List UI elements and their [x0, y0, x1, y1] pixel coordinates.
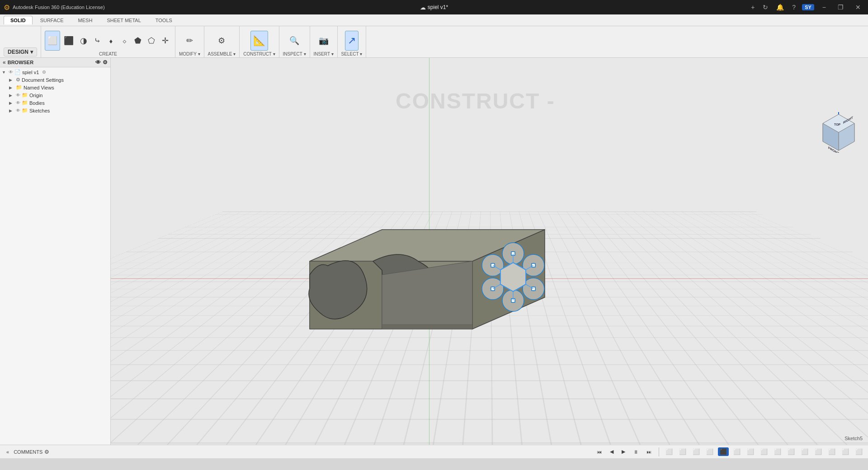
app-title: Autodesk Fusion 360 (Education License): [13, 5, 105, 10]
web-btn[interactable]: ⬟: [132, 31, 144, 51]
timeline-item-10[interactable]: ⬜: [786, 447, 797, 456]
browser-settings-icon[interactable]: ⚙: [103, 59, 108, 66]
create-buttons: ⬜ ⬛ ◑ ⤷ ⬧ ⬦ ⬟ ⬠ ✛: [45, 31, 171, 51]
restore-btn[interactable]: ❐: [834, 3, 847, 12]
tree-arrow-origin: ▶: [9, 93, 14, 98]
loft-btn[interactable]: ⬧: [104, 31, 117, 51]
3d-model-svg: [283, 148, 599, 352]
tab-solid[interactable]: SOLID: [4, 16, 33, 24]
tree-vis-sketches[interactable]: 👁: [16, 108, 20, 113]
construct-btn[interactable]: 📐: [250, 31, 268, 51]
nav-play-btn[interactable]: ▶: [619, 448, 628, 456]
minimize-btn[interactable]: −: [819, 3, 830, 12]
timeline-item-15[interactable]: ⬜: [854, 447, 864, 456]
tab-sheet-metal[interactable]: SHEET METAL: [100, 16, 147, 24]
construct-overlay-label: CONSTRUCT -: [396, 89, 555, 113]
tree-item-root[interactable]: ▼ 👁 📄 spiel v1 ⚙: [0, 68, 110, 76]
timeline-item-5[interactable]: ⬛: [718, 447, 729, 456]
viewport[interactable]: CONSTRUCT -: [111, 58, 868, 445]
browser-collapse-icon[interactable]: «: [3, 59, 6, 66]
main-toolbar: DESIGN ▾ ⬜ ⬛ ◑ ⤷ ⬧ ⬦ ⬟: [0, 26, 868, 58]
inspect-icon: 🔍: [289, 36, 299, 46]
tree-icon-bodies: 📁: [22, 100, 28, 106]
tree-label-doc: Document Settings: [22, 77, 64, 83]
design-dropdown-btn[interactable]: DESIGN ▾: [4, 47, 37, 56]
comments-settings-icon[interactable]: ⚙: [44, 449, 49, 455]
browser-header: « BROWSER 👁 ⚙: [0, 58, 110, 67]
modify-section: ✏ MODIFY ▾: [175, 26, 204, 57]
timeline-item-13[interactable]: ⬜: [826, 447, 837, 456]
tree-settings-root[interactable]: ⚙: [42, 70, 46, 75]
tree-vis-root[interactable]: 👁: [9, 70, 13, 75]
emboss-btn[interactable]: ⬠: [145, 31, 158, 51]
main-area: « BROWSER 👁 ⚙ ▼ 👁 📄 spiel v1 ⚙ ▶ ⚙ Docum…: [0, 58, 868, 445]
move-icon: ✛: [162, 36, 169, 46]
browser-visibility-icon[interactable]: 👁: [95, 59, 101, 66]
tab-mesh[interactable]: MESH: [71, 16, 99, 24]
close-btn[interactable]: ✕: [852, 3, 864, 12]
viewcube-svg: FRONT RIGHT TOP Z: [818, 112, 859, 153]
timeline-item-12[interactable]: ⬜: [813, 447, 824, 456]
select-section: ↗ SELECT ▾: [338, 26, 367, 57]
timeline-item-4[interactable]: ⬜: [704, 447, 715, 456]
timeline-item-3[interactable]: ⬜: [691, 447, 702, 456]
move-btn[interactable]: ✛: [159, 31, 171, 51]
rib-btn[interactable]: ⬦: [118, 31, 131, 51]
new-component-btn[interactable]: ⬜: [45, 31, 60, 51]
sweep-btn[interactable]: ⤷: [91, 31, 104, 51]
viewcube[interactable]: FRONT RIGHT TOP Z: [818, 112, 854, 148]
modify-btn[interactable]: ✏: [183, 31, 196, 51]
tree-item-named-views[interactable]: ▶ 📁 Named Views: [0, 84, 110, 91]
user-badge[interactable]: SY: [802, 4, 814, 10]
tree-label-sketches: Sketches: [29, 108, 50, 113]
tree-icon-root: 📄: [14, 69, 21, 75]
tree-icon-sketches: 📁: [22, 108, 28, 113]
timeline-item-11[interactable]: ⬜: [799, 447, 810, 456]
tree-item-origin[interactable]: ▶ 👁 📁 Origin: [0, 91, 110, 99]
insert-btn[interactable]: 📷: [316, 31, 331, 51]
timeline-item-7[interactable]: ⬜: [745, 447, 756, 456]
tree-label-bodies: Bodies: [29, 100, 45, 106]
tree-arrow-named-views: ▶: [9, 85, 14, 90]
assemble-section: ⚙ ASSEMBLE ▾: [204, 26, 240, 57]
tree-vis-bodies[interactable]: 👁: [16, 100, 20, 105]
nav-end-btn[interactable]: ⏭: [644, 448, 654, 456]
tree-item-doc-settings[interactable]: ▶ ⚙ Document Settings: [0, 76, 110, 84]
timeline-item-6[interactable]: ⬜: [731, 447, 742, 456]
extrude-btn[interactable]: ⬛: [61, 31, 76, 51]
select-btn[interactable]: ↗: [345, 31, 359, 51]
timeline-item-9[interactable]: ⬜: [772, 447, 783, 456]
tab-tools[interactable]: TOOLS: [149, 16, 179, 24]
timeline-item-2[interactable]: ⬜: [677, 447, 688, 456]
revolve-icon: ◑: [80, 36, 87, 46]
help-icon[interactable]: ?: [790, 3, 797, 12]
tree-item-sketches[interactable]: ▶ 👁 📁 Sketches: [0, 107, 110, 114]
timeline-item-14[interactable]: ⬜: [840, 447, 851, 456]
titlebar-right: + ↻ 🔔 ? SY − ❐ ✕: [749, 3, 864, 12]
construct-label: CONSTRUCT ▾: [243, 52, 275, 56]
tab-surface[interactable]: SURFACE: [33, 16, 71, 24]
timeline-item-1[interactable]: ⬜: [664, 447, 675, 456]
inspect-section: 🔍 INSPECT ▾: [279, 26, 310, 57]
rib-icon: ⬦: [122, 36, 127, 46]
loft-icon: ⬧: [108, 36, 113, 46]
tree-item-bodies[interactable]: ▶ 👁 📁 Bodies: [0, 99, 110, 107]
tree-label-root: spiel v1: [22, 70, 39, 75]
svg-marker-31: [382, 324, 472, 329]
sweep-icon: ⤷: [94, 36, 101, 46]
timeline-item-8[interactable]: ⬜: [759, 447, 769, 456]
tree-vis-origin[interactable]: 👁: [16, 93, 20, 98]
notification-icon[interactable]: 🔔: [774, 3, 786, 12]
nav-start-btn[interactable]: ⏮: [594, 448, 604, 456]
web-icon: ⬟: [134, 36, 142, 46]
revolve-btn[interactable]: ◑: [77, 31, 90, 51]
inspect-btn[interactable]: 🔍: [287, 31, 302, 51]
comments-collapse-icon[interactable]: «: [4, 448, 12, 456]
assemble-btn[interactable]: ⚙: [215, 31, 228, 51]
tree-arrow-sketches: ▶: [9, 108, 14, 113]
refresh-icon[interactable]: ↻: [761, 3, 770, 12]
nav-pause-btn[interactable]: ⏸: [631, 448, 641, 456]
sketch-label: Sketch5: [844, 436, 863, 441]
new-tab-btn[interactable]: +: [749, 3, 756, 12]
nav-prev-btn[interactable]: ◀: [607, 448, 616, 456]
